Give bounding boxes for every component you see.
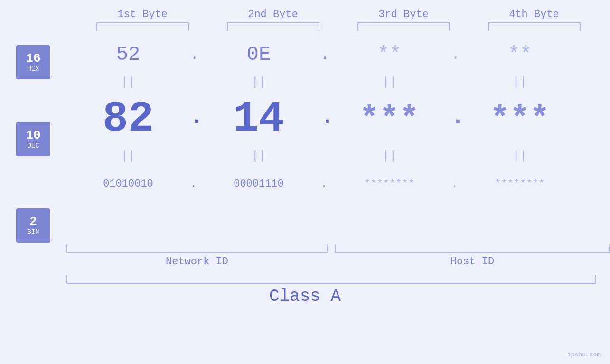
bin-row: 01010010 . 00001110 . ******** . *******…	[66, 165, 610, 203]
eq2-b1: ||	[66, 149, 190, 163]
dec-b1-value: 82	[103, 95, 154, 143]
host-id-label: Host ID	[335, 256, 610, 268]
hex-b2-value: 0E	[247, 43, 271, 66]
host-bracket	[335, 244, 610, 253]
eq2-b3-sym: ||	[382, 149, 396, 163]
hex-b4-value: **	[508, 43, 532, 66]
byte1-header: 1st Byte	[77, 9, 208, 20]
dec-b4-value: ***	[490, 101, 550, 138]
dec-row: 82 . 14 . *** . ***	[66, 91, 610, 148]
hex-badge: 16 HEX	[16, 45, 50, 79]
bin-b4-value: ********	[495, 178, 545, 190]
bracket-4	[469, 22, 600, 31]
network-bracket	[66, 244, 328, 253]
bracket-line-1	[96, 22, 189, 31]
hex-dot-3: .	[451, 46, 458, 64]
eq1-b1-sym: ||	[121, 75, 135, 89]
hex-b4-cell: **	[458, 43, 582, 66]
badges-column: 16 HEX 10 DEC 2 BIN	[0, 36, 66, 243]
dec-dot-3: .	[451, 104, 458, 134]
bin-b2-value: 00001110	[234, 178, 284, 190]
eq1-b1: ||	[66, 75, 190, 89]
hex-b2-cell: 0E	[197, 43, 320, 66]
hex-dot-2: .	[320, 46, 328, 64]
top-bracket-row	[0, 22, 610, 31]
eq1-b4-sym: ||	[512, 75, 527, 89]
dec-dot-1: .	[190, 104, 197, 134]
page: 1st Byte 2nd Byte 3rd Byte 4th Byte 16 H…	[0, 0, 610, 364]
eq1-b3-sym: ||	[382, 75, 396, 89]
eq2-b2-sym: ||	[251, 149, 266, 163]
bin-badge-number: 2	[29, 215, 37, 229]
dec-dot-2: .	[320, 104, 328, 134]
bracket-3	[338, 22, 469, 31]
dec-badge-number: 10	[26, 129, 40, 142]
bin-badge-label: BIN	[27, 228, 39, 236]
byte-headers: 1st Byte 2nd Byte 3rd Byte 4th Byte	[0, 0, 610, 20]
equals-row-2: || || || ||	[66, 148, 610, 165]
main-content: 16 HEX 10 DEC 2 BIN 52 .	[0, 36, 610, 243]
hex-b3-cell: **	[328, 43, 451, 66]
eq2-b4: ||	[458, 149, 582, 163]
network-id-label: Network ID	[66, 256, 328, 268]
dec-b2-cell: 14	[197, 95, 320, 143]
dec-b1-cell: 82	[66, 95, 190, 143]
bin-badge: 2 BIN	[16, 208, 50, 243]
bin-b3-value: ********	[364, 178, 414, 190]
bracket-gap	[328, 244, 335, 253]
bracket-line-3	[357, 22, 450, 31]
class-label-row: Class A	[0, 287, 610, 306]
bin-b3-cell: ********	[328, 178, 451, 190]
eq2-b2: ||	[197, 149, 320, 163]
eq2-b3: ||	[328, 149, 451, 163]
dec-b4-cell: ***	[458, 101, 582, 138]
byte2-header: 2nd Byte	[208, 9, 338, 20]
bracket-line-2	[227, 22, 319, 31]
eq1-b2: ||	[197, 75, 320, 89]
dec-badge-label: DEC	[27, 142, 39, 149]
eq2-b1-sym: ||	[121, 149, 135, 163]
class-label: Class A	[269, 287, 341, 306]
bin-dot-1: .	[190, 178, 197, 190]
hex-badge-label: HEX	[27, 65, 39, 73]
class-bracket-line	[66, 275, 596, 284]
hex-b3-value: **	[377, 43, 401, 66]
eq1-b3: ||	[328, 75, 451, 89]
dec-b3-cell: ***	[328, 101, 451, 138]
hex-b1-value: 52	[116, 43, 140, 66]
dec-b3-value: ***	[359, 101, 419, 138]
class-bracket-area	[0, 275, 610, 284]
label-gap	[328, 256, 335, 268]
bin-b2-cell: 00001110	[197, 178, 320, 190]
byte3-header: 3rd Byte	[338, 9, 469, 20]
bin-dot-3: .	[451, 178, 458, 190]
bottom-section: Network ID Host ID	[0, 244, 610, 268]
bin-b1-value: 01010010	[103, 178, 153, 190]
hex-dot-1: .	[190, 46, 197, 64]
byte4-header: 4th Byte	[469, 9, 600, 20]
bin-dot-2: .	[320, 178, 328, 190]
eq1-b4: ||	[458, 75, 582, 89]
bin-b1-cell: 01010010	[66, 178, 190, 190]
hex-badge-number: 16	[26, 52, 40, 65]
bracket-line-4	[488, 22, 581, 31]
data-area: 52 . 0E . ** . ** ||	[66, 36, 610, 203]
bottom-bracket-row	[66, 244, 610, 253]
bottom-labels-row: Network ID Host ID	[66, 256, 610, 268]
dec-badge: 10 DEC	[16, 122, 50, 156]
watermark: ipshu.com	[567, 351, 601, 358]
hex-row: 52 . 0E . ** . **	[66, 36, 610, 74]
bracket-1	[77, 22, 208, 31]
dec-b2-value: 14	[233, 95, 284, 143]
eq1-b2-sym: ||	[251, 75, 266, 89]
bracket-2	[208, 22, 338, 31]
eq2-b4-sym: ||	[512, 149, 527, 163]
hex-b1-cell: 52	[66, 43, 190, 66]
equals-row-1: || || || ||	[66, 74, 610, 91]
bin-b4-cell: ********	[458, 178, 582, 190]
